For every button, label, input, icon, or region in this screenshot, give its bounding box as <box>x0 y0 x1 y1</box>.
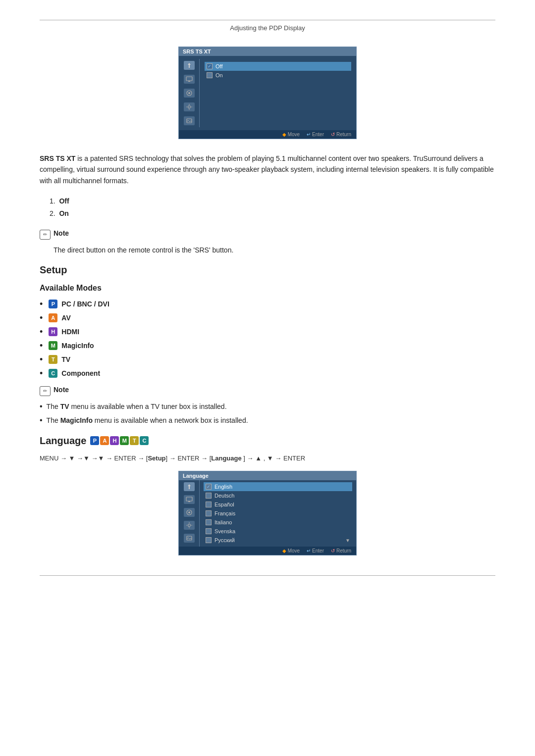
display-icon <box>186 76 193 83</box>
lang-option-svenska[interactable]: Svenska <box>204 527 352 536</box>
lang-check-espanol <box>206 502 212 507</box>
lang-check-svenska <box>206 528 212 534</box>
svg-rect-10 <box>186 497 192 501</box>
srs-menu-body: ✓ Off On <box>179 56 356 130</box>
page-container: Adjusting the PDP Display SRS TS XT <box>0 0 535 756</box>
lang-option-italiano[interactable]: Italiano <box>204 518 352 527</box>
lang-check-italiano <box>206 519 212 525</box>
svg-point-6 <box>188 106 190 108</box>
lang-footer-return: ↺ Return <box>331 548 351 554</box>
badge-p: P <box>49 300 57 308</box>
lang-display-icon <box>186 496 193 503</box>
magicinfo-bold: MagicInfo <box>60 416 93 424</box>
svg-rect-2 <box>186 77 192 81</box>
mode-label-av: AV <box>61 314 70 322</box>
lang-menu-screenshot: Language <box>40 471 495 555</box>
mode-label-component: Component <box>61 369 100 377</box>
mode-list: P PC / BNC / DVI A AV H HDMI M MagicInfo… <box>40 300 495 378</box>
top-divider <box>40 20 495 20</box>
numbered-item-1: 1. Off <box>50 195 495 207</box>
svg-point-14 <box>188 524 190 527</box>
lang-menu-sidebar <box>179 480 200 547</box>
menu-path: MENU → ▼ →▼ →▼ → ENTER → [Setup] → ENTER… <box>40 454 495 463</box>
lang-check-russian <box>206 537 212 543</box>
svg-rect-9 <box>189 486 190 489</box>
badge-h: H <box>49 327 57 336</box>
svg-point-13 <box>188 511 190 513</box>
note-icon-1 <box>40 230 51 240</box>
numbered-item-2: 2. On <box>50 207 495 220</box>
svg-rect-11 <box>188 501 190 502</box>
srs-description: SRS TS XT is a patented SRS technology t… <box>40 153 495 186</box>
lang-check-english: ✓ <box>206 484 212 490</box>
lang-badge-m: M <box>120 436 129 445</box>
lang-option-english[interactable]: ✓ English <box>204 482 352 491</box>
lang-footer-move: ◆ Move <box>282 548 300 554</box>
lang-menu-box: Language <box>178 471 357 555</box>
sound-icon <box>186 90 193 97</box>
mode-item-magicinfo: M MagicInfo <box>40 341 495 350</box>
lang-broadcast-icon <box>186 483 193 490</box>
setup-heading: Setup <box>40 264 495 276</box>
lang-sidebar-icon-2 <box>184 495 195 504</box>
check-off: ✓ <box>207 63 213 69</box>
lang-check-deutsch <box>206 493 212 499</box>
lang-menu-content: ✓ English Deutsch Español Français <box>200 480 356 547</box>
footer-enter: ↵ Enter <box>307 132 324 137</box>
badge-c: C <box>49 369 57 378</box>
note-label-1: Note <box>54 229 69 237</box>
lang-sidebar-icon-1 <box>184 482 195 491</box>
language-badges: P A H M T C <box>90 436 149 445</box>
note-box-1: Note <box>40 229 495 240</box>
sidebar-icon-4 <box>184 102 195 111</box>
language-heading: Language P A H M T C <box>40 435 495 447</box>
available-modes-heading: Available Modes <box>40 284 495 293</box>
lang-check-francais <box>206 510 212 516</box>
lang-settings-icon <box>186 522 193 529</box>
lang-image-icon <box>186 535 193 542</box>
svg-rect-1 <box>189 65 190 68</box>
svg-marker-0 <box>188 63 191 65</box>
note-icon-2 <box>40 386 51 396</box>
srs-menu-sidebar <box>179 59 200 127</box>
note-box-2: Note <box>40 386 495 396</box>
tv-bold: TV <box>60 403 69 410</box>
lang-menu-body: ✓ English Deutsch Español Français <box>179 480 356 547</box>
srs-menu-screenshot: SRS TS XT <box>40 47 495 139</box>
mode-label-pc: PC / BNC / DVI <box>61 300 109 308</box>
mode-item-av: A AV <box>40 313 495 322</box>
srs-option-on: On <box>205 71 351 80</box>
lang-badge-h: H <box>110 436 119 445</box>
lang-option-espanol[interactable]: Español <box>204 500 352 509</box>
badge-t: T <box>49 355 57 364</box>
note-text-1: The direct button on the remote control … <box>54 245 495 255</box>
lang-option-deutsch[interactable]: Deutsch <box>204 491 352 500</box>
lang-sound-icon <box>186 509 193 516</box>
lang-menu-footer: ◆ Move ↵ Enter ↺ Return <box>179 547 356 555</box>
settings-icon <box>186 103 193 110</box>
mode-item-component: C Component <box>40 369 495 378</box>
svg-point-5 <box>188 92 190 94</box>
mode-item-hdmi: H HDMI <box>40 327 495 336</box>
lang-badge-p: P <box>90 436 99 445</box>
svg-rect-3 <box>188 81 190 82</box>
lang-badge-t: T <box>130 436 139 445</box>
lang-sidebar-icon-4 <box>184 521 195 530</box>
footer-return: ↺ Return <box>331 132 351 137</box>
lang-badge-a: A <box>100 436 109 445</box>
lang-badge-c: C <box>140 436 149 445</box>
sidebar-icon-3 <box>184 89 195 98</box>
note2-bullets: The TV menu is available when a TV tuner… <box>40 401 495 426</box>
language-label: Language <box>40 435 86 447</box>
badge-m: M <box>49 341 57 350</box>
note2-bullet-2: The MagicInfo menu is available when a n… <box>40 415 495 426</box>
lang-menu-title: Language <box>179 471 356 480</box>
badge-a: A <box>49 313 57 322</box>
lang-option-russian[interactable]: Русский ▼ <box>204 536 352 545</box>
check-on <box>207 72 213 78</box>
lang-option-francais[interactable]: Français <box>204 509 352 518</box>
mode-item-tv: T TV <box>40 355 495 364</box>
svg-marker-8 <box>188 484 191 486</box>
numbered-list: 1. Off 2. On <box>50 195 495 220</box>
srs-menu-footer: ◆ Move ↵ Enter ↺ Return <box>179 130 356 139</box>
